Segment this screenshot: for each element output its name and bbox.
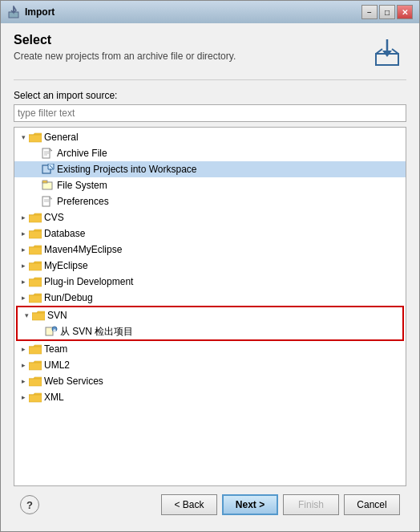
tree-item-general[interactable]: ▾ General [14,129,406,145]
file-icon-svn-co [45,326,58,337]
label-existing-projects: Existing Projects into Workspace [57,164,197,175]
tree-item-plugin-dev[interactable]: ▸ Plug-in Development [14,274,406,290]
folder-icon-me [29,260,42,271]
button-bar: ? < Back Next > Finish Cancel [14,486,406,522]
help-button[interactable]: ? [20,495,39,514]
titlebar-title: Import [25,6,361,18]
svg-rect-27 [29,263,42,270]
folder-icon-plugin [29,276,42,287]
folder-icon-uml2 [29,359,42,371]
folder-icon-general [29,132,42,143]
folder-icon-xml [29,392,42,403]
tree-container[interactable]: ▾ General [14,127,406,486]
source-label: Select an import source: [14,90,406,101]
tree-item-file-system[interactable]: File System [14,177,406,193]
tree-item-preferences[interactable]: Preferences [14,193,406,209]
label-general: General [44,132,79,143]
file-icon-pref [42,196,55,207]
svg-rect-30 [32,313,45,320]
svg-rect-26 [29,247,42,254]
svg-rect-37 [29,379,42,386]
tree-item-rundebug[interactable]: ▸ Run/Debug [14,290,406,306]
svg-rect-36 [29,363,42,370]
svg-rect-38 [29,395,42,402]
tree-item-cvs[interactable]: ▸ CVS [14,209,406,225]
cancel-button[interactable]: Cancel [344,494,400,515]
file-icon-archive [42,148,55,159]
svg-rect-29 [29,295,42,303]
label-plugin-dev: Plug-in Development [44,276,133,287]
header-icon [368,33,406,71]
expand-arrow-uml2: ▸ [18,359,29,371]
dialog-content: Select Create new projects from an archi… [1,23,419,531]
label-file-system: File System [57,180,107,191]
spacer-svn-co [34,326,45,337]
label-maven: Maven4MyEclipse [44,244,122,255]
folder-icon-team [29,343,42,355]
import-dialog: Import − □ ✕ Select Create new projects … [0,0,420,532]
titlebar-buttons: − □ ✕ [361,5,413,19]
svn-group: ▾ SVN [16,306,404,341]
folder-icon-ws [29,376,42,387]
tree-item-web-services[interactable]: ▸ Web Services [14,373,406,389]
titlebar-icon [7,6,20,18]
label-web-services: Web Services [44,376,103,387]
tree-item-team[interactable]: ▸ Team [14,341,406,357]
expand-arrow-me: ▸ [18,260,29,271]
tree-item-archive-file[interactable]: Archive File [14,145,406,161]
filter-input[interactable] [14,104,406,122]
expand-arrow-cvs: ▸ [18,212,29,223]
maximize-button[interactable]: □ [379,5,395,19]
tree-item-myeclipse[interactable]: ▸ MyEclipse [14,258,406,274]
label-preferences: Preferences [57,196,109,207]
expand-arrow-xml: ▸ [18,392,29,403]
header-text: Select Create new projects from an archi… [14,33,236,62]
label-svn-checkout: 从 SVN 检出项目 [60,325,133,339]
titlebar: Import − □ ✕ [1,1,419,23]
spacer-existing [30,164,42,175]
file-icon-existing [42,164,55,175]
spacer-archive [30,148,42,159]
tree-item-database[interactable]: ▸ Database [14,225,406,242]
tree-item-uml2[interactable]: ▸ UML2 [14,357,406,373]
tree-item-svn[interactable]: ▾ SVN [18,307,402,323]
tree-item-svn-checkout[interactable]: 从 SVN 检出项目 [18,323,402,339]
file-icon-fs [42,180,55,191]
tree-item-existing-projects[interactable]: Existing Projects into Workspace [14,161,406,177]
label-uml2: UML2 [44,359,70,371]
back-button[interactable]: < Back [161,494,217,515]
next-button[interactable]: Next > [222,494,278,515]
expand-arrow-general: ▾ [18,132,29,143]
folder-icon-db [29,228,42,239]
expand-arrow-svn: ▾ [21,310,32,321]
header-section: Select Create new projects from an archi… [14,33,406,80]
svg-rect-19 [42,181,47,183]
spacer-fs [30,180,42,191]
expand-arrow-ws: ▸ [18,376,29,387]
expand-arrow-plugin: ▸ [18,276,29,287]
dialog-subtitle: Create new projects from an archive file… [14,51,236,62]
expand-arrow-maven: ▸ [18,244,29,255]
folder-icon-cvs [29,212,42,223]
svg-rect-8 [29,135,42,142]
expand-arrow-team: ▸ [18,343,29,355]
label-svn: SVN [47,310,67,321]
minimize-button[interactable]: − [361,5,378,19]
svg-rect-25 [29,231,42,238]
label-team: Team [44,343,67,355]
svg-marker-21 [50,197,52,199]
label-myeclipse: MyEclipse [44,260,88,271]
close-button[interactable]: ✕ [397,5,413,19]
label-database: Database [44,228,85,239]
folder-icon-svn [32,310,45,321]
tree-item-maven[interactable]: ▸ Maven4MyEclipse [14,242,406,258]
folder-icon-maven [29,244,42,255]
spacer-pref [30,196,42,207]
svg-rect-35 [29,347,42,354]
folder-icon-rd [29,292,42,303]
finish-button[interactable]: Finish [283,494,339,515]
label-xml: XML [44,392,64,403]
tree-item-xml[interactable]: ▸ XML [14,389,406,405]
label-rundebug: Run/Debug [44,292,93,303]
expand-arrow-rd: ▸ [18,292,29,303]
